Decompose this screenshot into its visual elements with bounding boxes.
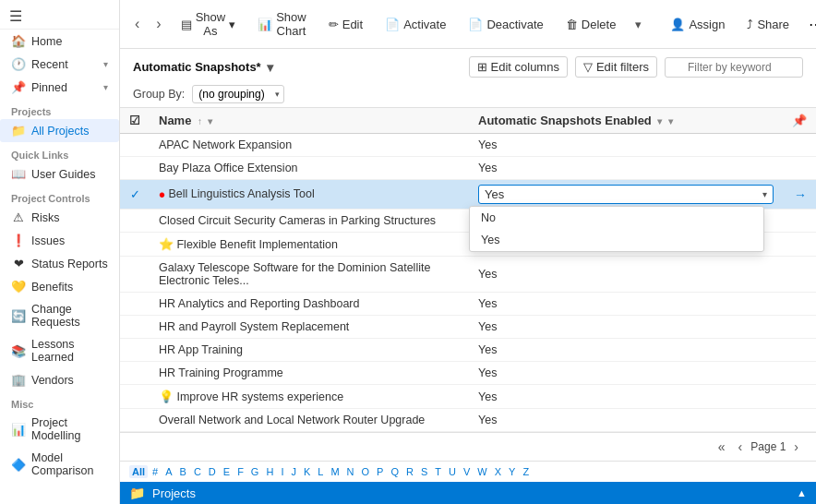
cell-dropdown[interactable]: Yes ▾ xyxy=(478,185,774,204)
row-name[interactable]: 💡 Improve HR systems experience xyxy=(150,385,469,409)
deactivate-button[interactable]: 📄 Deactivate xyxy=(460,13,551,36)
dropdown-option-yes[interactable]: Yes xyxy=(470,229,763,251)
alpha-item-t[interactable]: T xyxy=(432,465,444,478)
col-name-filter-icon[interactable]: ▾ xyxy=(208,116,212,126)
sidebar-item-recent[interactable]: 🕐 Recent ▾ xyxy=(0,53,119,76)
row-name[interactable]: Power Platform Upskill xyxy=(150,432,469,433)
sidebar-item-all-projects[interactable]: 📁 All Projects xyxy=(0,119,119,142)
alpha-item-n[interactable]: N xyxy=(344,465,357,478)
alpha-item-b[interactable]: B xyxy=(177,465,189,478)
row-name[interactable]: HR App Training xyxy=(150,339,469,362)
row-name[interactable]: HR Analytics and Reporting Dashboard xyxy=(150,293,469,316)
sidebar-item-model-comparison[interactable]: 🔷 Model Comparison xyxy=(0,447,119,482)
alpha-item-a[interactable]: A xyxy=(162,465,174,478)
col-header-snapshots[interactable]: Automatic Snapshots Enabled ▾ ▾ xyxy=(469,108,783,134)
show-chart-button[interactable]: 📊 Show Chart xyxy=(249,6,315,42)
alpha-item-r[interactable]: R xyxy=(403,465,416,478)
alpha-item-j[interactable]: J xyxy=(288,465,299,478)
alpha-item-f[interactable]: F xyxy=(234,465,246,478)
row-name[interactable]: HR and Payroll System Replacement xyxy=(150,316,469,339)
edit-filters-button[interactable]: ▽ Edit filters xyxy=(575,56,657,78)
alpha-item-k[interactable]: K xyxy=(301,465,313,478)
alpha-item-u[interactable]: U xyxy=(446,465,459,478)
sidebar-item-benefits[interactable]: 💛 Benefits xyxy=(0,275,119,298)
row-name[interactable]: • Bell Linguistics Analysis Tool xyxy=(150,180,469,210)
alpha-item-c[interactable]: C xyxy=(191,465,204,478)
col-header-name[interactable]: Name ↑ ▾ xyxy=(150,108,469,134)
row-name[interactable]: APAC Network Expansion xyxy=(150,134,469,157)
sidebar-item-vendors[interactable]: 🏢 Vendors xyxy=(0,368,119,391)
row-check[interactable] xyxy=(120,257,150,293)
sidebar-item-change-requests[interactable]: 🔄 Change Requests xyxy=(0,298,119,333)
edit-columns-button[interactable]: ⊞ Edit columns xyxy=(469,56,568,78)
row-name[interactable]: ⭐ Flexible Benefit Implementation xyxy=(150,233,469,257)
row-check[interactable] xyxy=(120,210,150,233)
alpha-item-y[interactable]: Y xyxy=(506,465,518,478)
row-name[interactable]: Overall Network and Local Network Router… xyxy=(150,409,469,432)
view-title-chevron-icon[interactable]: ▾ xyxy=(267,60,273,75)
alpha-item-all[interactable]: All xyxy=(129,465,148,478)
alpha-item-w[interactable]: W xyxy=(474,465,489,478)
alpha-item-z[interactable]: Z xyxy=(520,465,532,478)
row-check[interactable] xyxy=(120,362,150,385)
alpha-item-m[interactable]: M xyxy=(328,465,342,478)
row-navigate-arrow[interactable]: → xyxy=(794,187,807,202)
alpha-item-q[interactable]: Q xyxy=(388,465,402,478)
alpha-item-d[interactable]: D xyxy=(206,465,219,478)
group-by-select[interactable]: (no grouping) Status Owner xyxy=(192,85,284,103)
pagination-prev[interactable]: ‹ xyxy=(734,438,748,456)
col-snapshots-filter-icon[interactable]: ▾ xyxy=(657,116,662,126)
alpha-item-e[interactable]: E xyxy=(221,465,233,478)
hamburger-icon[interactable]: ☰ xyxy=(9,8,22,24)
row-name[interactable]: Galaxy Telescope Software for the Domini… xyxy=(150,257,469,293)
sidebar-item-project-modelling[interactable]: 📊 Project Modelling xyxy=(0,412,119,447)
edit-button[interactable]: ✏ Edit xyxy=(320,13,371,36)
alpha-item-l[interactable]: L xyxy=(315,465,326,478)
filter-input[interactable] xyxy=(665,57,803,78)
sidebar-item-user-guides[interactable]: 📖 User Guides xyxy=(0,162,119,186)
sidebar-item-status-reports[interactable]: ❤ Status Reports xyxy=(0,252,119,275)
row-check[interactable] xyxy=(120,409,150,432)
delete-expand-button[interactable]: ▾ xyxy=(630,14,647,35)
row-check[interactable]: ✓ xyxy=(120,180,150,210)
forward-button[interactable]: › xyxy=(150,12,166,36)
row-check[interactable] xyxy=(120,293,150,316)
row-check[interactable] xyxy=(120,233,150,257)
sidebar-item-risks[interactable]: ⚠ Risks xyxy=(0,206,119,229)
alpha-item-i[interactable]: I xyxy=(278,465,286,478)
more-options-button[interactable]: ⋯ xyxy=(803,14,816,35)
select-all-checkbox[interactable]: ☑ xyxy=(129,114,140,127)
assign-button[interactable]: 👤 Assign xyxy=(662,13,733,36)
row-name[interactable]: Bay Plaza Office Extension xyxy=(150,157,469,180)
sidebar-item-issues[interactable]: ❗ Issues xyxy=(0,229,119,252)
row-name[interactable]: Closed Circuit Security Cameras in Parki… xyxy=(150,210,469,233)
row-check[interactable] xyxy=(120,385,150,409)
alpha-item-v[interactable]: V xyxy=(461,465,473,478)
share-button[interactable]: ⤴ Share xyxy=(738,13,798,36)
pagination-first[interactable]: « xyxy=(714,438,730,456)
alpha-item-h[interactable]: H xyxy=(263,465,276,478)
show-as-button[interactable]: ▤ Show As ▾ xyxy=(173,6,245,42)
col-actions-pin-icon[interactable]: 📌 xyxy=(792,114,807,127)
row-check[interactable] xyxy=(120,134,150,157)
row-name[interactable]: HR Training Programme xyxy=(150,362,469,385)
row-check[interactable] xyxy=(120,432,150,433)
alpha-item-o[interactable]: O xyxy=(359,465,373,478)
sidebar-item-pinned[interactable]: 📌 Pinned ▾ xyxy=(0,76,119,99)
sidebar-item-lessons-learned[interactable]: 📚 Lessons Learned xyxy=(0,333,119,368)
delete-button[interactable]: 🗑 Delete xyxy=(558,13,625,36)
alpha-item-s[interactable]: S xyxy=(418,465,430,478)
row-action[interactable]: → xyxy=(783,180,816,210)
back-button[interactable]: ‹ xyxy=(129,12,145,36)
pagination-next[interactable]: › xyxy=(789,438,803,456)
sidebar-item-home[interactable]: 🏠 Home xyxy=(0,30,119,53)
activate-button[interactable]: 📄 Activate xyxy=(377,13,454,36)
alpha-item-p[interactable]: P xyxy=(374,465,386,478)
dropdown-option-no[interactable]: No xyxy=(470,207,763,229)
row-check[interactable] xyxy=(120,157,150,180)
alpha-item-g[interactable]: G xyxy=(248,465,262,478)
alpha-item-x[interactable]: X xyxy=(492,465,504,478)
row-check[interactable] xyxy=(120,316,150,339)
bottom-bar-chevron-icon[interactable]: ▲ xyxy=(797,487,807,498)
alpha-item-hash[interactable]: # xyxy=(150,465,161,478)
